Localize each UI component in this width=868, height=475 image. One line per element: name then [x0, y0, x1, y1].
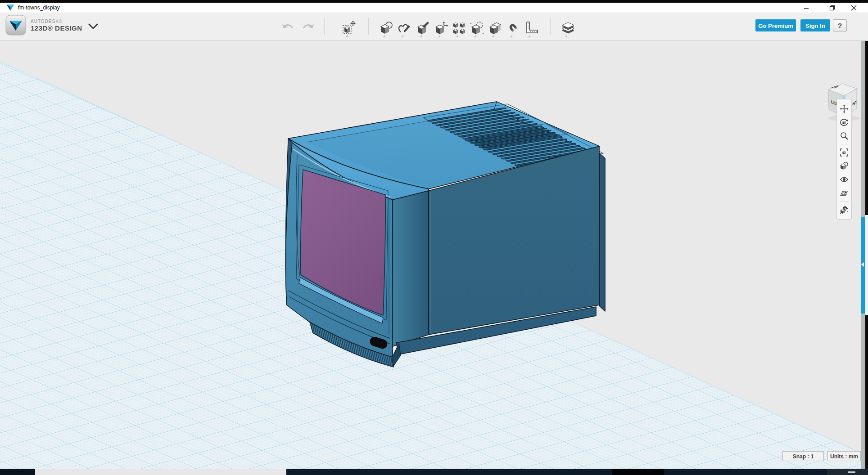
tool-pattern-button[interactable] [450, 18, 468, 38]
dropdown-indicator [565, 35, 567, 37]
minimize-icon [804, 5, 809, 10]
snap-setting-button[interactable]: Snap : 1 [782, 451, 824, 461]
tool-text-button[interactable] [559, 18, 577, 38]
grouping-icon [470, 21, 484, 35]
brand-text: AUTODESK® 123D® DESIGN [31, 19, 82, 32]
ruler-icon [524, 21, 538, 35]
close-icon [851, 5, 857, 11]
combine-icon [488, 21, 502, 35]
brand-autodesk: AUTODESK® [31, 19, 82, 24]
dropdown-indicator [528, 35, 530, 37]
tool-grouping-button[interactable] [468, 18, 486, 38]
dropdown-indicator [474, 35, 476, 37]
pattern-icon [452, 21, 466, 35]
model-corner-band [393, 191, 429, 346]
restore-button[interactable] [824, 3, 840, 13]
tool-sketch-button[interactable] [395, 18, 413, 38]
tool-modify-button[interactable] [432, 18, 450, 38]
main-toolbar: AUTODESK® 123D® DESIGN [0, 13, 868, 41]
tool-construct-button[interactable] [414, 18, 432, 38]
navigation-toolbar [836, 99, 852, 220]
scene-svg[interactable] [0, 41, 865, 469]
model-back-sliver [599, 153, 605, 311]
restore-icon [829, 5, 835, 11]
construct-icon [416, 21, 430, 35]
orbit-icon [840, 118, 849, 127]
dropdown-indicator [510, 35, 512, 37]
right-edge-dark [865, 41, 868, 215]
tool-transform-button[interactable] [340, 18, 358, 38]
taskbar-window-segment[interactable] [35, 469, 286, 475]
fit-brackets-icon [840, 148, 849, 157]
units-setting-button[interactable]: Units : mm [827, 451, 861, 461]
magnifier-icon [840, 131, 849, 140]
primitives-icon [379, 21, 393, 35]
taskbar-sliver [0, 469, 868, 475]
tool-primitives-button[interactable] [377, 18, 395, 38]
app-logo-icon [6, 4, 14, 11]
window-title: fm-towns_display [18, 3, 60, 13]
material-cube-icon [840, 161, 849, 170]
titlebar: fm-towns_display [0, 3, 868, 13]
toolbar-separator [368, 18, 369, 35]
undo-icon [282, 23, 294, 33]
brand-block: AUTODESK® 123D® DESIGN [5, 15, 82, 36]
layer-stack-icon [561, 21, 576, 35]
main-menu-chevron-icon[interactable] [88, 23, 98, 30]
toolbar-separator [324, 18, 325, 35]
nav-separator [840, 201, 849, 202]
panel-expand-arrow-icon [861, 262, 864, 267]
redo-button[interactable] [299, 18, 317, 38]
dropdown-indicator [345, 35, 348, 37]
help-button[interactable]: ? [833, 19, 847, 31]
dropdown-indicator [438, 35, 440, 37]
tool-measure-button[interactable] [522, 18, 540, 38]
snap-magnet-icon [840, 205, 849, 214]
sketch-icon [397, 21, 411, 35]
toolbar-separator [550, 18, 551, 35]
magnet-icon [506, 21, 520, 35]
right-edge-light [865, 215, 868, 315]
taskbar-clock-sliver [848, 471, 855, 473]
dropdown-indicator [401, 35, 403, 37]
tool-combine-button[interactable] [486, 18, 504, 38]
hide-show-button[interactable] [838, 173, 850, 186]
nav-separator [840, 144, 849, 144]
eye-icon [840, 175, 849, 184]
modify-icon [434, 21, 448, 35]
dropdown-indicator [492, 35, 494, 37]
taskbar-segment [0, 469, 35, 475]
grid-visibility-button[interactable] [838, 186, 850, 200]
right-edge-dark [865, 315, 868, 469]
tool-snap-button[interactable] [504, 18, 522, 38]
materials-button[interactable] [838, 159, 850, 173]
123d-logo-icon [5, 15, 26, 36]
taskbar-segment [827, 469, 868, 475]
sign-in-button[interactable]: Sign In [800, 19, 830, 31]
transform-icon [342, 21, 356, 35]
close-button[interactable] [846, 3, 861, 13]
zoom-fit-button[interactable] [838, 146, 850, 159]
grid-eye-icon [840, 188, 849, 197]
collapsed-panel-tab[interactable] [861, 217, 865, 314]
dropdown-indicator [420, 35, 422, 37]
snap-toggle-button[interactable] [838, 203, 850, 216]
redo-icon [302, 23, 314, 33]
undo-button[interactable] [279, 18, 297, 38]
brand-product: 123D® DESIGN [31, 24, 82, 32]
pan-button[interactable] [838, 102, 850, 116]
pan-icon [840, 104, 849, 113]
viewport-3d[interactable]: TOP LEFT FRONT [0, 41, 868, 469]
orbit-button[interactable] [838, 116, 850, 129]
minimize-button[interactable] [799, 3, 814, 13]
app-window: fm-towns_display [0, 0, 868, 475]
dropdown-indicator [383, 35, 385, 37]
dropdown-indicator [456, 35, 458, 37]
taskbar-segment [612, 469, 664, 475]
zoom-button[interactable] [838, 129, 850, 143]
go-premium-button[interactable]: Go Premium [755, 19, 796, 31]
